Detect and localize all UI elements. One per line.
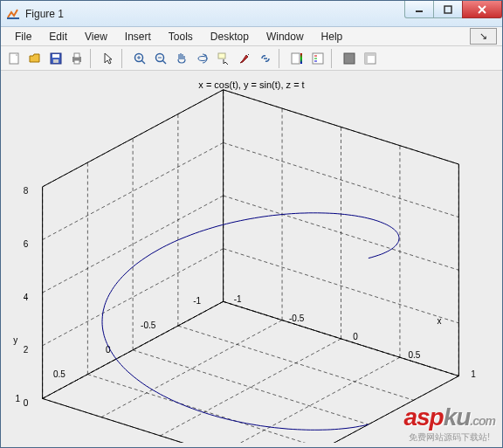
window-title: Figure 1 xyxy=(25,8,405,20)
svg-line-17 xyxy=(162,60,166,64)
pointer-button[interactable] xyxy=(99,49,118,68)
brush-button[interactable] xyxy=(235,49,254,68)
svg-rect-11 xyxy=(74,60,79,64)
svg-text:-1: -1 xyxy=(234,294,242,304)
open-button[interactable] xyxy=(25,49,45,68)
link-button[interactable] xyxy=(256,49,275,68)
svg-rect-30 xyxy=(365,53,376,56)
svg-text:1: 1 xyxy=(15,394,20,403)
svg-rect-0 xyxy=(7,17,19,19)
svg-rect-22 xyxy=(300,53,302,64)
menu-bar: File Edit View Insert Tools Desktop Wind… xyxy=(1,27,502,46)
axes-container: x = cos(t), y = sin(t), z = t -1-0.500.5… xyxy=(1,71,502,447)
print-button[interactable] xyxy=(67,49,86,68)
menu-edit[interactable]: Edit xyxy=(40,29,76,45)
menu-insert[interactable]: Insert xyxy=(116,29,160,45)
svg-text:x: x xyxy=(437,316,441,326)
svg-text:2: 2 xyxy=(24,345,29,355)
colorbar-button[interactable] xyxy=(287,49,307,68)
maximize-button[interactable] xyxy=(433,1,463,18)
svg-text:y: y xyxy=(13,335,17,345)
minimize-button[interactable] xyxy=(404,1,434,18)
menu-desktop[interactable]: Desktop xyxy=(202,29,258,45)
svg-text:-0.5: -0.5 xyxy=(289,314,305,323)
svg-rect-7 xyxy=(52,54,59,58)
menu-help[interactable]: Help xyxy=(313,29,352,45)
svg-text:-1: -1 xyxy=(193,296,201,306)
svg-text:8: 8 xyxy=(24,186,29,196)
svg-rect-2 xyxy=(444,6,451,13)
svg-text:0: 0 xyxy=(353,332,358,341)
toolbar xyxy=(1,46,502,71)
svg-text:-0.5: -0.5 xyxy=(141,320,156,330)
dock-icon[interactable]: ↘ xyxy=(470,28,497,45)
svg-rect-8 xyxy=(53,59,59,63)
menu-tools[interactable]: Tools xyxy=(160,29,202,45)
svg-text:0.5: 0.5 xyxy=(53,369,65,379)
zoom-in-button[interactable] xyxy=(130,49,149,68)
datacursor-button[interactable] xyxy=(214,49,233,68)
svg-line-13 xyxy=(141,60,145,64)
svg-text:0: 0 xyxy=(24,398,29,408)
svg-text:0.5: 0.5 xyxy=(409,350,421,360)
svg-line-64 xyxy=(133,350,369,424)
menu-file[interactable]: File xyxy=(6,29,40,45)
new-figure-button[interactable] xyxy=(4,49,24,68)
zoom-out-button[interactable] xyxy=(151,49,170,68)
svg-rect-21 xyxy=(292,53,300,64)
pan-button[interactable] xyxy=(172,49,191,68)
matlab-icon xyxy=(6,7,20,21)
svg-text:6: 6 xyxy=(24,239,29,249)
watermark: aspku.com 免费网站源码下载站! xyxy=(403,403,495,444)
axes-panel[interactable]: x = cos(t), y = sin(t), z = t -1-0.500.5… xyxy=(6,76,497,442)
svg-rect-10 xyxy=(74,53,79,58)
svg-text:4: 4 xyxy=(24,293,29,302)
svg-rect-20 xyxy=(218,53,225,59)
hide-tools-button[interactable] xyxy=(340,49,359,68)
figure-window: Figure 1 File Edit View Insert Tools Des… xyxy=(0,0,503,448)
svg-rect-23 xyxy=(313,53,323,64)
rotate3d-button[interactable] xyxy=(193,49,212,68)
svg-rect-27 xyxy=(344,53,355,64)
title-bar[interactable]: Figure 1 xyxy=(1,1,502,27)
svg-line-62 xyxy=(178,326,414,400)
svg-text:1: 1 xyxy=(471,369,476,379)
menu-view[interactable]: View xyxy=(76,29,116,45)
axes-3d[interactable]: -1-0.500.51-1-0.500.5102468xyz xyxy=(6,76,495,443)
svg-point-19 xyxy=(198,56,207,60)
menu-window[interactable]: Window xyxy=(258,29,313,45)
save-button[interactable] xyxy=(46,49,65,68)
close-button[interactable] xyxy=(462,1,502,18)
show-tools-button[interactable] xyxy=(361,49,380,68)
window-controls xyxy=(405,1,502,26)
svg-line-66 xyxy=(87,375,323,443)
legend-button[interactable] xyxy=(308,49,327,68)
svg-line-33 xyxy=(43,398,279,443)
